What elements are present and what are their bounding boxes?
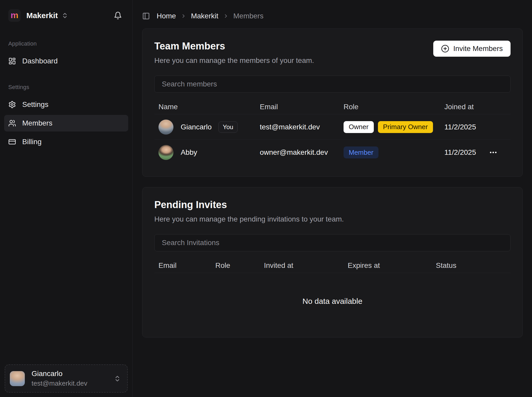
chevron-right-icon — [181, 13, 186, 19]
users-icon — [8, 119, 16, 127]
sidebar-item-dashboard[interactable]: Dashboard — [4, 53, 128, 69]
column-header-status: Status — [432, 261, 511, 270]
chevrons-up-down-icon — [114, 375, 121, 382]
sidebar-nav: Application Dashboard Settings Settings — [0, 40, 132, 152]
pending-invites-card: Pending Invites Here you can manage the … — [142, 187, 523, 337]
column-header-expires: Expires at — [344, 261, 432, 270]
circle-plus-icon — [441, 45, 449, 53]
breadcrumb: Home Makerkit Members — [133, 0, 532, 20]
joined-date: 11/2/2025 — [444, 123, 476, 131]
user-meta: Giancarlo test@makerkit.dev — [32, 370, 87, 387]
team-members-description: Here you can manage the members of your … — [154, 56, 314, 65]
members-table: Name Email Role Joined at Giancarlo You … — [154, 99, 511, 165]
breadcrumb-workspace[interactable]: Makerkit — [191, 12, 218, 20]
invites-table: Email Role Invited at Expires at Status … — [154, 258, 511, 326]
avatar — [158, 120, 173, 135]
breadcrumb-home[interactable]: Home — [157, 12, 176, 20]
team-members-title: Team Members — [154, 41, 314, 52]
sidebar-item-members[interactable]: Members — [4, 115, 128, 131]
you-badge: You — [218, 121, 238, 133]
user-email: test@makerkit.dev — [32, 379, 87, 387]
dashboard-icon — [8, 57, 16, 65]
user-name: Giancarlo — [32, 370, 87, 378]
member-joined-cell: 11/2/2025 — [440, 123, 511, 131]
column-header-name: Name — [154, 103, 256, 111]
sidebar: m Makerkit Application Dashboard Setting… — [0, 0, 133, 397]
workspace-name[interactable]: Makerkit — [26, 11, 58, 20]
credit-card-icon — [8, 138, 16, 146]
member-joined-cell: 11/2/2025 — [440, 146, 511, 158]
column-header-role: Role — [211, 261, 260, 270]
chevron-right-icon — [223, 13, 229, 19]
team-members-card: Team Members Here you can manage the mem… — [142, 28, 523, 177]
pending-invites-description: Here you can manage the pending invitati… — [154, 215, 344, 223]
user-avatar — [10, 371, 25, 386]
column-header-invited: Invited at — [260, 261, 344, 270]
nav-section-settings: Settings — [4, 84, 128, 91]
empty-state-text: No data available — [302, 297, 362, 306]
member-email-cell: owner@makerkit.dev — [256, 148, 339, 157]
row-actions-menu-button[interactable] — [487, 146, 499, 158]
column-header-email: Email — [154, 261, 211, 270]
role-badge-primary-owner: Primary Owner — [378, 121, 433, 133]
sidebar-item-settings[interactable]: Settings — [4, 96, 128, 113]
sidebar-item-label: Billing — [22, 138, 42, 146]
search-members-input[interactable] — [154, 76, 511, 93]
member-name: Giancarlo — [181, 123, 212, 131]
member-name: Abby — [181, 148, 197, 157]
app-logo-letter: m — [11, 11, 18, 19]
gear-icon — [8, 101, 16, 108]
sidebar-item-label: Members — [22, 119, 52, 127]
member-email-cell: test@makerkit.dev — [256, 123, 339, 131]
column-header-role: Role — [339, 103, 440, 111]
role-badge-member: Member — [344, 146, 378, 158]
workspace-switcher-icon[interactable] — [62, 12, 68, 19]
member-name-cell: Abby — [154, 145, 256, 160]
sidebar-item-label: Settings — [22, 100, 48, 109]
avatar — [158, 145, 173, 160]
table-row: Giancarlo You test@makerkit.dev Owner Pr… — [154, 114, 511, 140]
member-role-cell: Owner Primary Owner — [339, 121, 440, 133]
account-menu-trigger[interactable]: Giancarlo test@makerkit.dev — [5, 364, 128, 393]
pending-invites-title: Pending Invites — [154, 199, 344, 210]
notifications-bell-icon[interactable] — [114, 11, 122, 20]
nav-section-application: Application — [4, 40, 128, 47]
main-content: Home Makerkit Members Team Members Here … — [133, 0, 532, 397]
role-badge-owner: Owner — [344, 121, 374, 133]
members-table-header: Name Email Role Joined at — [154, 99, 511, 114]
member-name-cell: Giancarlo You — [154, 120, 256, 135]
invite-members-button[interactable]: Invite Members — [433, 41, 511, 57]
empty-state: No data available — [154, 273, 511, 326]
sidebar-toggle-icon[interactable] — [142, 12, 150, 20]
invite-members-label: Invite Members — [453, 45, 503, 53]
member-role-cell: Member — [339, 146, 440, 158]
table-row: Abby owner@makerkit.dev Member 11/2/2025 — [154, 140, 511, 165]
sidebar-item-billing[interactable]: Billing — [4, 134, 128, 150]
column-header-joined: Joined at — [440, 103, 511, 111]
sidebar-header: m Makerkit — [0, 0, 132, 22]
search-invitations-input[interactable] — [154, 234, 511, 251]
invites-table-header: Email Role Invited at Expires at Status — [154, 258, 511, 273]
breadcrumb-current: Members — [233, 12, 264, 20]
app-logo: m — [8, 9, 21, 22]
sidebar-item-label: Dashboard — [22, 57, 58, 65]
joined-date: 11/2/2025 — [444, 148, 476, 157]
column-header-email: Email — [256, 103, 339, 111]
